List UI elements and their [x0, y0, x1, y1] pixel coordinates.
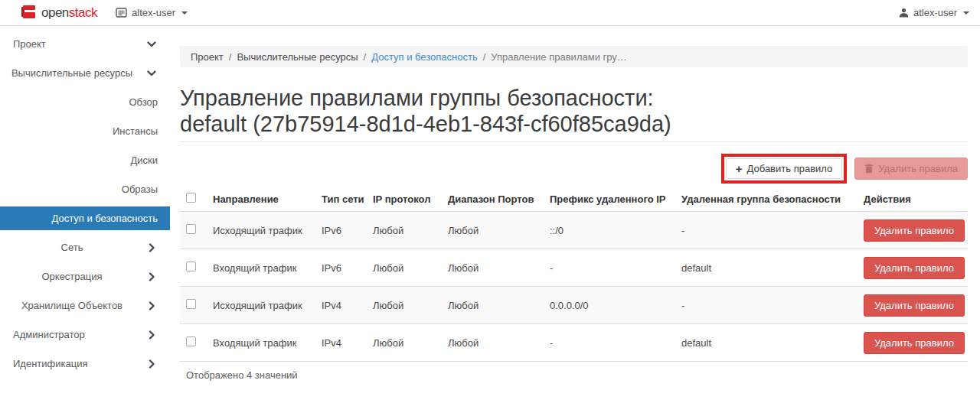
- breadcrumb-access-security-link[interactable]: Доступ и безопасность: [371, 51, 478, 63]
- sidebar-nav: Проект Вычислительные ресурсы Обзор Инст…: [0, 26, 170, 402]
- sidebar-item-identity[interactable]: Идентификация: [0, 352, 170, 375]
- security-group-rules-table: Направление Тип сети IP протокол Диапазо…: [180, 187, 968, 385]
- cell-remote-ip-prefix: ::/0: [544, 212, 675, 249]
- cell-remote-security-group: default: [675, 249, 858, 287]
- cell-ip-protocol: Любой: [367, 287, 442, 324]
- sidebar-item-orchestration[interactable]: Оркестрация: [0, 265, 170, 288]
- openstack-logo-text: openstack: [41, 5, 97, 21]
- sidebar-item-label: Образы: [122, 184, 158, 195]
- sidebar-item-label: Сеть: [61, 242, 83, 253]
- sidebar-item-project[interactable]: Проект: [0, 32, 170, 56]
- delete-rule-button[interactable]: Удалить правило: [864, 219, 965, 242]
- project-selector-label: altex-user: [132, 7, 175, 18]
- user-menu-label: atlex-user: [913, 7, 957, 18]
- user-icon: [899, 8, 909, 18]
- cell-ethertype: IPv6: [315, 212, 367, 249]
- breadcrumb-current: Управление правилами гру…: [491, 51, 627, 63]
- cell-remote-ip-prefix: -: [544, 324, 675, 362]
- openstack-logo[interactable]: openstack: [21, 5, 97, 21]
- table-row-count: Отображено 4 значений: [180, 362, 968, 386]
- cell-ip-protocol: Любой: [367, 249, 442, 287]
- table-actions-toolbar: + Добавить правило Удалить правила: [180, 151, 968, 185]
- table-footer-row: Отображено 4 значений: [180, 362, 968, 386]
- table-row: Исходящий трафик IPv4 Любой Любой 0.0.0.…: [180, 287, 968, 324]
- select-all-checkbox[interactable]: [186, 193, 196, 203]
- table-row: Входящий трафик IPv4 Любой Любой - defau…: [180, 324, 968, 362]
- cell-ip-protocol: Любой: [367, 324, 442, 362]
- header-remote-ip-prefix: Префикс удаленного IP: [544, 187, 675, 212]
- project-list-icon: [116, 8, 127, 18]
- cell-direction: Входящий трафик: [207, 249, 315, 287]
- cell-ethertype: IPv4: [315, 287, 367, 324]
- breadcrumb: Проект / Вычислительные ресурсы / Доступ…: [180, 46, 968, 67]
- annotation-highlight-box: + Добавить правило: [721, 154, 847, 184]
- caret-down-icon: [181, 11, 188, 15]
- sidebar-item-overview[interactable]: Обзор: [0, 90, 170, 114]
- delete-rule-button[interactable]: Удалить правило: [864, 294, 965, 317]
- cell-remote-security-group: default: [675, 324, 858, 362]
- add-rule-button[interactable]: + Добавить правило: [726, 158, 842, 179]
- sidebar-item-admin[interactable]: Администратор: [0, 323, 170, 346]
- table-row: Входящий трафик IPv6 Любой Любой - defau…: [180, 249, 968, 287]
- sidebar-item-network[interactable]: Сеть: [0, 236, 170, 259]
- cell-direction: Исходящий трафик: [207, 287, 315, 324]
- header-ip-protocol: IP протокол: [367, 187, 442, 212]
- breadcrumb-project: Проект: [191, 51, 224, 63]
- sidebar-item-object-store[interactable]: Хранилище Объектов: [0, 294, 170, 317]
- trash-icon: [864, 164, 874, 174]
- sidebar-item-access-security[interactable]: Доступ и безопасность: [0, 206, 170, 230]
- sidebar-item-label: Доступ и безопасность: [52, 213, 158, 224]
- cell-port-range: Любой: [442, 287, 544, 324]
- cell-direction: Исходящий трафик: [207, 212, 315, 249]
- sidebar-item-label: Администратор: [13, 329, 85, 340]
- row-checkbox[interactable]: [186, 224, 196, 234]
- page-title-line1: Управление правилами группы безопасности…: [180, 86, 654, 110]
- chevron-right-icon: [146, 359, 157, 369]
- table-row: Исходящий трафик IPv6 Любой Любой ::/0 -…: [180, 212, 968, 249]
- title-divider: [180, 141, 968, 142]
- header-port-range: Диапазон Портов: [442, 187, 544, 212]
- chevron-right-icon: [146, 242, 157, 253]
- breadcrumb-compute: Вычислительные ресурсы: [237, 51, 358, 63]
- project-selector-dropdown[interactable]: altex-user: [116, 7, 188, 18]
- sidebar-item-images[interactable]: Образы: [0, 177, 170, 201]
- cell-remote-ip-prefix: -: [544, 249, 675, 287]
- sidebar-item-compute[interactable]: Вычислительные ресурсы: [0, 61, 170, 85]
- header-ethertype: Тип сети: [315, 187, 367, 212]
- cell-port-range: Любой: [442, 324, 544, 362]
- chevron-down-icon: [146, 68, 157, 79]
- delete-rules-button-disabled[interactable]: Удалить правила: [854, 158, 968, 180]
- chevron-right-icon: [146, 271, 157, 282]
- cell-ethertype: IPv4: [315, 324, 367, 362]
- cell-port-range: Любой: [442, 212, 544, 249]
- sidebar-item-label: Оркестрация: [41, 271, 102, 282]
- row-checkbox[interactable]: [186, 336, 196, 346]
- breadcrumb-separator: /: [229, 51, 232, 63]
- openstack-logo-icon: [21, 5, 37, 20]
- user-menu-dropdown[interactable]: atlex-user: [899, 7, 969, 18]
- delete-rule-button[interactable]: Удалить правило: [864, 332, 965, 354]
- header-actions: Действия: [858, 187, 968, 212]
- cell-ethertype: IPv6: [315, 249, 367, 287]
- chevron-down-icon: [146, 39, 157, 50]
- sidebar-item-label: Вычислительные ресурсы: [11, 67, 132, 79]
- sidebar-item-instances[interactable]: Инстансы: [0, 119, 170, 143]
- chevron-right-icon: [146, 301, 157, 311]
- cell-direction: Входящий трафик: [207, 324, 315, 362]
- row-checkbox[interactable]: [186, 262, 196, 271]
- sidebar-item-label: Инстансы: [113, 125, 158, 137]
- sidebar-item-label: Проект: [13, 38, 46, 50]
- cell-remote-security-group: -: [675, 212, 858, 249]
- top-navbar: openstack altex-user atlex-user: [0, 0, 980, 26]
- row-checkbox[interactable]: [186, 299, 196, 309]
- delete-rule-button[interactable]: Удалить правило: [864, 257, 965, 279]
- sidebar-item-label: Обзор: [129, 96, 158, 108]
- caret-down-icon: [963, 11, 969, 15]
- page-title: Управление правилами группы безопасности…: [180, 85, 968, 137]
- add-rule-button-label: Добавить правило: [747, 163, 833, 174]
- breadcrumb-separator: /: [364, 51, 367, 63]
- plus-icon: +: [736, 164, 743, 174]
- header-remote-security-group: Удаленная группа безопасности: [675, 187, 858, 212]
- page-title-line2: default (27b75914-8d1d-4eb1-843f-cf60f85…: [180, 112, 671, 136]
- sidebar-item-volumes[interactable]: Диски: [0, 148, 170, 172]
